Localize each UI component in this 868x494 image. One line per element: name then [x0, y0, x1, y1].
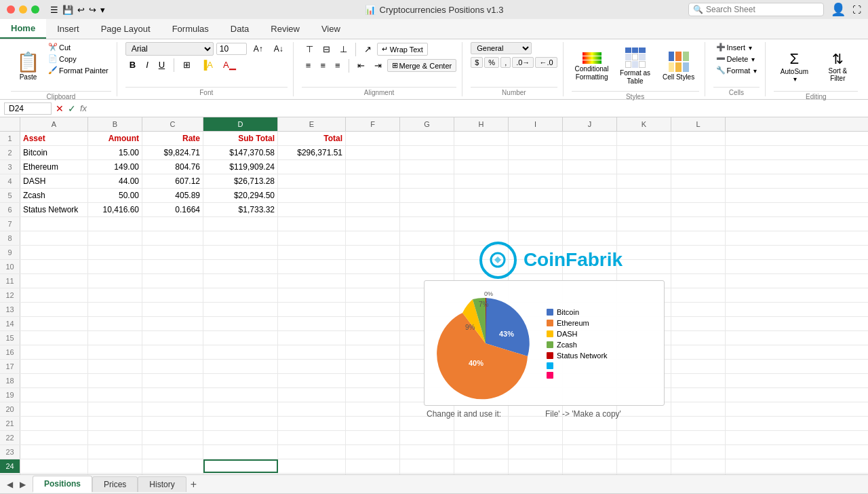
cell[interactable]: [400, 445, 454, 459]
cell[interactable]: [671, 331, 726, 345]
insert-btn[interactable]: ➕ Insert: [713, 42, 760, 52]
copy-btn[interactable]: 📄 Copy: [45, 54, 111, 64]
cell[interactable]: [142, 231, 203, 245]
cell[interactable]: 50.00: [88, 189, 142, 202]
cell[interactable]: [346, 459, 400, 473]
cell[interactable]: [20, 388, 88, 402]
tab-home[interactable]: Home: [0, 19, 46, 39]
merge-center-btn[interactable]: ⊞ Merge & Center: [387, 59, 457, 72]
cell[interactable]: [203, 474, 278, 474]
cell[interactable]: [509, 132, 563, 145]
cell[interactable]: [509, 174, 563, 188]
cell[interactable]: [671, 288, 726, 302]
redo-btn[interactable]: ↪: [89, 5, 96, 15]
cell[interactable]: [142, 317, 203, 330]
cell[interactable]: [20, 360, 88, 373]
user-avatar[interactable]: 👤: [831, 2, 846, 17]
sheet-tab-prices[interactable]: Prices: [92, 476, 138, 492]
cell[interactable]: [88, 360, 142, 373]
sheet-tab-positions[interactable]: Positions: [33, 476, 92, 493]
cell[interactable]: [671, 360, 726, 373]
col-header-c[interactable]: C: [142, 117, 203, 131]
align-right-btn[interactable]: ≡: [331, 58, 344, 73]
cell[interactable]: [346, 189, 400, 202]
font-decrease-btn[interactable]: A↓: [270, 42, 288, 56]
cell[interactable]: [142, 431, 203, 444]
text-rotate-btn[interactable]: ↗: [360, 42, 376, 56]
cell[interactable]: [142, 374, 203, 387]
cell[interactable]: [346, 260, 400, 273]
font-size-input[interactable]: [216, 43, 247, 55]
cell[interactable]: [20, 417, 88, 430]
cell[interactable]: [203, 260, 278, 273]
cell[interactable]: [454, 217, 509, 231]
cell[interactable]: [278, 360, 346, 373]
decimal-decrease-btn[interactable]: ←.0: [535, 57, 557, 68]
cell[interactable]: [346, 374, 400, 387]
cell[interactable]: [563, 146, 617, 159]
cell[interactable]: [400, 203, 454, 216]
undo-btn[interactable]: ↩: [77, 5, 85, 15]
cell[interactable]: Status Network: [20, 203, 88, 216]
minimize-btn[interactable]: [19, 5, 27, 14]
cell[interactable]: Total: [278, 132, 346, 145]
cell[interactable]: [400, 474, 454, 474]
cell[interactable]: [142, 260, 203, 273]
cell[interactable]: [88, 374, 142, 387]
cell[interactable]: 10,416.60: [88, 203, 142, 216]
cell[interactable]: [671, 417, 726, 430]
cell[interactable]: [278, 402, 346, 416]
cell[interactable]: [203, 459, 278, 473]
cell[interactable]: [278, 203, 346, 216]
cell[interactable]: 405.89: [142, 189, 203, 202]
sort-filter-btn[interactable]: ⇅ Sort & Filter: [817, 42, 858, 91]
cell[interactable]: [20, 331, 88, 345]
expand-btn[interactable]: ⛶: [852, 5, 861, 15]
cell[interactable]: 804.76: [142, 160, 203, 174]
cell[interactable]: [671, 303, 726, 316]
cell[interactable]: [278, 303, 346, 316]
cell[interactable]: [509, 203, 563, 216]
cell[interactable]: [671, 189, 726, 202]
cell[interactable]: [203, 360, 278, 373]
cell[interactable]: [346, 160, 400, 174]
cell[interactable]: [454, 174, 509, 188]
align-left-btn[interactable]: ≡: [302, 58, 315, 73]
cell[interactable]: [88, 402, 142, 416]
cell[interactable]: [671, 431, 726, 444]
cell[interactable]: [617, 459, 671, 473]
col-header-k[interactable]: K: [617, 117, 671, 131]
cell[interactable]: [203, 274, 278, 288]
decimal-increase-btn[interactable]: .0→: [512, 57, 534, 68]
cell[interactable]: [203, 345, 278, 359]
cell[interactable]: [88, 431, 142, 444]
customize-btn[interactable]: ▾: [100, 5, 105, 15]
cell[interactable]: [278, 274, 346, 288]
cell[interactable]: [88, 388, 142, 402]
cell[interactable]: [346, 417, 400, 430]
cell[interactable]: [346, 174, 400, 188]
cell[interactable]: [617, 160, 671, 174]
cell[interactable]: [509, 459, 563, 473]
cell[interactable]: [509, 445, 563, 459]
cell[interactable]: [563, 459, 617, 473]
cell[interactable]: [617, 417, 671, 430]
autosum-btn[interactable]: Σ AutoSum: [774, 42, 814, 91]
cell[interactable]: $26,713.28: [203, 174, 278, 188]
cell[interactable]: [617, 189, 671, 202]
tab-data[interactable]: Data: [220, 19, 260, 39]
cell[interactable]: $147,370.58: [203, 146, 278, 159]
cell[interactable]: [346, 231, 400, 245]
cell[interactable]: [454, 189, 509, 202]
cell[interactable]: [20, 431, 88, 444]
cell[interactable]: [671, 231, 726, 245]
cell[interactable]: [454, 132, 509, 145]
cell[interactable]: [20, 345, 88, 359]
format-painter-btn[interactable]: 🖌️ Format Painter: [45, 65, 111, 75]
cell[interactable]: Rate: [142, 132, 203, 145]
tab-review[interactable]: Review: [260, 19, 311, 39]
col-header-b[interactable]: B: [88, 117, 142, 131]
paste-btn[interactable]: 📋 Paste: [11, 42, 45, 91]
cell[interactable]: [509, 160, 563, 174]
col-header-d[interactable]: D: [203, 117, 278, 131]
